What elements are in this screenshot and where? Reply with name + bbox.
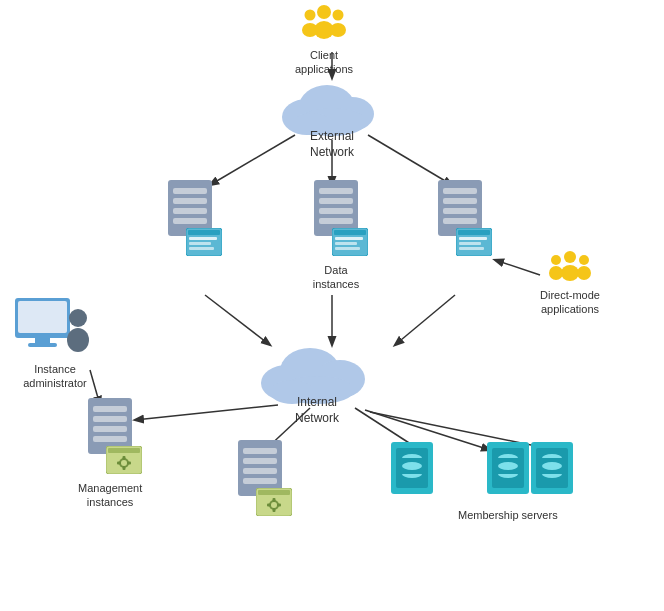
- svg-point-63: [551, 255, 561, 265]
- svg-rect-36: [319, 188, 353, 194]
- management-server: Managementinstances: [78, 398, 142, 510]
- svg-rect-32: [189, 237, 217, 240]
- terminal-overlay-center: [332, 228, 368, 256]
- svg-rect-56: [18, 301, 67, 333]
- svg-point-93: [271, 502, 277, 508]
- svg-rect-87: [243, 458, 277, 464]
- data-instances-label: Datainstances: [313, 263, 359, 292]
- svg-point-64: [549, 266, 563, 280]
- data-server-left: [158, 180, 222, 259]
- svg-rect-86: [243, 448, 277, 454]
- svg-rect-37: [319, 198, 353, 204]
- svg-rect-29: [173, 218, 207, 224]
- svg-line-6: [395, 295, 455, 345]
- svg-rect-34: [189, 247, 214, 250]
- svg-point-62: [561, 265, 579, 281]
- svg-point-80: [121, 460, 127, 466]
- instance-admin-node: Instanceadministrator: [15, 288, 95, 391]
- membership-server-left-icon: [388, 442, 436, 504]
- svg-rect-39: [319, 218, 353, 224]
- svg-rect-44: [335, 247, 360, 250]
- svg-rect-81: [123, 456, 126, 460]
- svg-point-18: [333, 10, 344, 21]
- svg-rect-33: [189, 242, 211, 245]
- svg-rect-49: [443, 218, 477, 224]
- svg-rect-75: [93, 426, 127, 432]
- client-apps-node: Clientapplications: [295, 2, 353, 77]
- svg-rect-38: [319, 208, 353, 214]
- data-server-center: Datainstances: [304, 180, 368, 292]
- svg-rect-73: [93, 406, 127, 412]
- direct-mode-apps-node: Direct-modeapplications: [540, 248, 600, 317]
- svg-line-13: [495, 260, 540, 275]
- external-network-icon: [272, 72, 392, 137]
- direct-mode-icon: [544, 248, 596, 286]
- instance-admin-icon: [15, 288, 95, 360]
- membership-server-right-icon: [528, 442, 576, 504]
- svg-point-118: [542, 462, 562, 470]
- svg-rect-58: [28, 343, 57, 347]
- svg-point-66: [577, 266, 591, 280]
- svg-rect-42: [335, 237, 363, 240]
- svg-rect-26: [173, 188, 207, 194]
- svg-rect-83: [117, 462, 121, 465]
- svg-rect-91: [258, 490, 290, 495]
- svg-rect-96: [267, 504, 271, 507]
- membership-server-left: [388, 442, 436, 504]
- bottom-center-server: [228, 440, 292, 519]
- client-apps-icon: [298, 2, 350, 46]
- svg-rect-27: [173, 198, 207, 204]
- membership-server-right: [528, 442, 576, 504]
- svg-rect-53: [459, 242, 481, 245]
- svg-rect-95: [273, 508, 276, 512]
- svg-rect-84: [127, 462, 131, 465]
- svg-rect-43: [335, 242, 357, 245]
- svg-rect-57: [35, 338, 50, 343]
- svg-rect-41: [334, 230, 366, 235]
- svg-rect-74: [93, 416, 127, 422]
- svg-rect-97: [277, 504, 281, 507]
- external-network-label: ExternalNetwork: [310, 129, 354, 160]
- internal-network-label: InternalNetwork: [295, 395, 339, 426]
- terminal-overlay-left: [186, 228, 222, 256]
- svg-rect-89: [243, 478, 277, 484]
- svg-point-61: [564, 251, 576, 263]
- svg-rect-94: [273, 498, 276, 502]
- svg-point-65: [579, 255, 589, 265]
- svg-point-104: [402, 462, 422, 470]
- svg-rect-51: [458, 230, 490, 235]
- instance-admin-label: Instanceadministrator: [23, 362, 87, 391]
- svg-rect-78: [108, 448, 140, 453]
- svg-rect-52: [459, 237, 487, 240]
- svg-rect-28: [173, 208, 207, 214]
- svg-rect-48: [443, 208, 477, 214]
- svg-rect-47: [443, 198, 477, 204]
- direct-mode-apps-label: Direct-modeapplications: [540, 288, 600, 317]
- svg-rect-82: [123, 466, 126, 470]
- internal-network-node: InternalNetwork: [252, 335, 382, 426]
- svg-rect-88: [243, 468, 277, 474]
- external-network-node: ExternalNetwork: [272, 72, 392, 160]
- gear-overlay: [106, 446, 142, 474]
- svg-point-60: [67, 328, 89, 352]
- membership-servers-label: Membership servers: [458, 508, 558, 522]
- data-server-right: [428, 180, 492, 259]
- svg-rect-54: [459, 247, 484, 250]
- svg-point-111: [498, 462, 518, 470]
- svg-point-59: [69, 309, 87, 327]
- svg-rect-46: [443, 188, 477, 194]
- management-instances-label: Managementinstances: [78, 481, 142, 510]
- svg-point-14: [317, 5, 331, 19]
- svg-point-19: [330, 23, 346, 37]
- gear-overlay-2: [256, 488, 292, 516]
- svg-rect-31: [188, 230, 220, 235]
- diagram: Clientapplications ExternalNetwork: [0, 0, 664, 611]
- membership-server-center-icon: [484, 442, 532, 504]
- svg-point-17: [302, 23, 318, 37]
- terminal-overlay-right: [456, 228, 492, 256]
- svg-rect-76: [93, 436, 127, 442]
- svg-point-16: [305, 10, 316, 21]
